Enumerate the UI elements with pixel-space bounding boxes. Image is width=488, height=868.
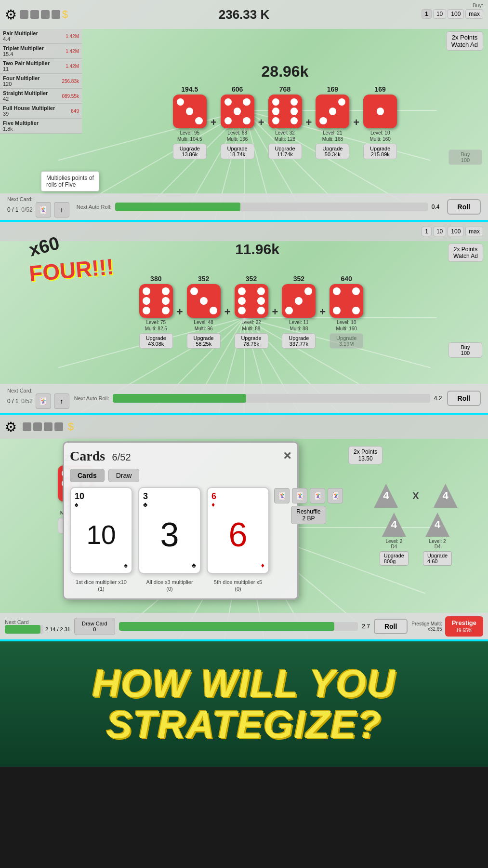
- buy-1-btn[interactable]: 1: [422, 9, 432, 19]
- d4-top-2: 4: [434, 484, 458, 508]
- s3-nav-2[interactable]: [33, 422, 42, 431]
- reshuffle-btn[interactable]: Reshuffle2 BP: [291, 506, 326, 524]
- d4-bottom-2: 4: [425, 513, 449, 537]
- card-icon-btn1[interactable]: 🃏: [36, 202, 51, 217]
- five-multiplier[interactable]: Five Multiplier 1.8k: [0, 119, 82, 134]
- fullhouse-multiplier[interactable]: Full House Multiplier 39 649: [0, 104, 82, 119]
- nav-shop[interactable]: [52, 10, 60, 19]
- screen3-topbar: ⚙ $: [0, 415, 488, 439]
- four-multiplier[interactable]: Four Multiplier 120 256.83k: [0, 74, 82, 89]
- points-button[interactable]: 2x PointsWatch Ad: [446, 31, 483, 51]
- buy-label: Buy:: [473, 2, 483, 8]
- s3-auto-bar: [119, 622, 358, 631]
- dice-4: [316, 95, 349, 128]
- card-slot-1[interactable]: 🃏: [274, 488, 290, 503]
- dice-2: [221, 95, 254, 128]
- buy-dice5-btn[interactable]: Buy100: [448, 149, 482, 165]
- dice-4-col: 169 Level: 21Multi: 168 Upgrade50.34k: [316, 85, 349, 159]
- buy-10-btn[interactable]: 10: [433, 9, 446, 19]
- auto-roll-bar: [115, 203, 427, 211]
- gear-icon[interactable]: ⚙: [5, 7, 17, 23]
- card-1[interactable]: 10 ♠ 10 ♠: [70, 487, 132, 574]
- card-slot-2[interactable]: 🃏: [292, 488, 307, 503]
- s2-upgrade-5[interactable]: Upgrade3.19M: [330, 333, 363, 349]
- pair-multiplier[interactable]: Pair Multiplier 4.4 1.42M: [0, 29, 82, 44]
- s3-draw-card-btn[interactable]: Draw Card0: [74, 618, 115, 635]
- s2-upgrade-1[interactable]: Upgrade43.08k: [139, 333, 173, 349]
- roll-button[interactable]: Roll: [447, 199, 481, 215]
- upgrade-btn-1[interactable]: Upgrade13.86k: [173, 144, 207, 159]
- upgrade-btn-2[interactable]: Upgrade18.74k: [221, 144, 254, 159]
- straight-multiplier[interactable]: Straight Multiplier 42 089.55k: [0, 89, 82, 104]
- d4-area: 4 X 4 4 Level: 2D4 Upgrade800g 4 Level: …: [348, 484, 483, 566]
- s2-upgrade-2[interactable]: Upgrade58.25k: [187, 333, 221, 349]
- nav-upgrade[interactable]: [41, 10, 50, 19]
- s3-roll-btn[interactable]: Roll: [374, 619, 408, 634]
- banner-line2: STRATEGIZE?: [106, 705, 382, 744]
- s2-card-btn1[interactable]: 🃏: [36, 393, 51, 409]
- screen3-right: 2x Points13.50 4 X 4 4 Level: 2D4 Upgrad…: [343, 441, 488, 570]
- s2-auto-value: 4.2: [434, 395, 442, 402]
- buy2-max[interactable]: max: [465, 227, 483, 236]
- buy-max-btn[interactable]: max: [465, 9, 483, 19]
- cards-descriptions: 1st dice multiplier x10(1) All dice x3 m…: [70, 577, 269, 593]
- card-3[interactable]: 6 ♦ 6 ♦: [207, 487, 269, 574]
- s3-currency-icon: $: [68, 420, 74, 433]
- dice-1: [173, 95, 207, 128]
- prestige-button[interactable]: Prestige19.65%: [445, 616, 483, 637]
- s2-dice-2: 352 Level: 48Multi: 96 Upgrade58.25k: [187, 275, 221, 349]
- dice-row: 194.5 Level: 95Multi: 104.5 Upgrade13.86…: [173, 85, 397, 159]
- auto-roll-fill: [115, 203, 240, 211]
- screen3-bottombar: Next Card 2.14 / 2.31 Draw Card0 2.7 Rol…: [0, 613, 488, 639]
- nav-home[interactable]: [20, 10, 28, 19]
- upgrade-btn-5[interactable]: Upgrade215.89k: [363, 144, 397, 159]
- screen2-bottombar: Next Card: 0 / 1 0/52 🃏 ↑ Next Auto Roll…: [0, 384, 488, 413]
- cards-title: Cards: [70, 448, 105, 463]
- buy-100-btn[interactable]: 100: [448, 9, 464, 19]
- s2-card-btn2[interactable]: ↑: [54, 393, 69, 409]
- s3-points-btn[interactable]: 2x Points13.50: [348, 446, 382, 464]
- buy-controls: Buy: 1 10 100 max: [422, 2, 483, 19]
- d4-bottom-row: 4 Level: 2D4 Upgrade800g 4 Level: 2D4 Up…: [380, 513, 452, 566]
- screen2: 1 10 100 max 2x PointsWatch Ad x60 FOUR!…: [0, 222, 488, 415]
- dice-1-col: 194.5 Level: 95Multi: 104.5 Upgrade13.86…: [173, 85, 207, 159]
- buy2-1[interactable]: 1: [422, 227, 432, 236]
- four-text: FOUR!!!: [28, 253, 115, 286]
- tab-draw[interactable]: Draw: [108, 469, 140, 482]
- s3-auto-fill: [119, 622, 334, 631]
- d4-top-row: 4 X 4: [374, 484, 457, 508]
- s2-auto-bar: [113, 394, 430, 403]
- s3-gear-icon[interactable]: ⚙: [5, 419, 17, 435]
- buy-buttons-2: 1 10 100 max: [422, 227, 483, 236]
- buy2-10[interactable]: 10: [433, 227, 446, 236]
- s3-card-bar: [5, 625, 43, 634]
- screen2-points-btn[interactable]: 2x PointsWatch Ad: [448, 244, 483, 262]
- two-pair-multiplier[interactable]: Two Pair Multiplier 11 1.42M: [0, 59, 82, 74]
- s3-nav-3[interactable]: [44, 422, 53, 431]
- s2-auto-fill: [113, 394, 246, 403]
- s3-nav-4[interactable]: [54, 422, 63, 431]
- s3-next-card: Next Card 2.14 / 2.31: [5, 619, 70, 634]
- card-slot-4[interactable]: 🃏: [328, 488, 343, 503]
- tab-cards[interactable]: Cards: [70, 469, 105, 482]
- upgrade-btn-4[interactable]: Upgrade50.34k: [316, 144, 349, 159]
- x60-text: x60: [27, 233, 62, 261]
- buy2-100[interactable]: 100: [448, 227, 464, 236]
- card-icon-btn2[interactable]: ↑: [54, 202, 69, 217]
- topbar: ⚙ $ 236.33 K Buy: 1 10 100 max: [0, 0, 488, 29]
- s2-upgrade-4[interactable]: Upgrade337.77k: [282, 333, 316, 349]
- s3-nav-1[interactable]: [23, 422, 31, 431]
- upgrade-btn-3[interactable]: Upgrade11.74k: [268, 144, 302, 159]
- d4-upgrade-left[interactable]: Upgrade800g: [380, 551, 409, 566]
- s2-roll-button[interactable]: Roll: [447, 391, 481, 406]
- s2-buy-dice5[interactable]: Buy100: [448, 342, 482, 358]
- s2-upgrade-3[interactable]: Upgrade78.76k: [235, 333, 268, 349]
- s3-auto-roll: 2.7: [119, 622, 370, 631]
- triplet-multiplier[interactable]: Triplet Multiplier 15.4 1.42M: [0, 44, 82, 59]
- d4-upgrade-right[interactable]: Upgrade4.60: [423, 551, 452, 566]
- cards-close-btn[interactable]: ✕: [283, 450, 291, 462]
- auto-roll-value: 0.4: [432, 203, 440, 210]
- nav-inventory[interactable]: [30, 10, 39, 19]
- card-slot-3[interactable]: 🃏: [310, 488, 325, 503]
- card-2[interactable]: 3 ♣ 3 ♣: [138, 487, 201, 574]
